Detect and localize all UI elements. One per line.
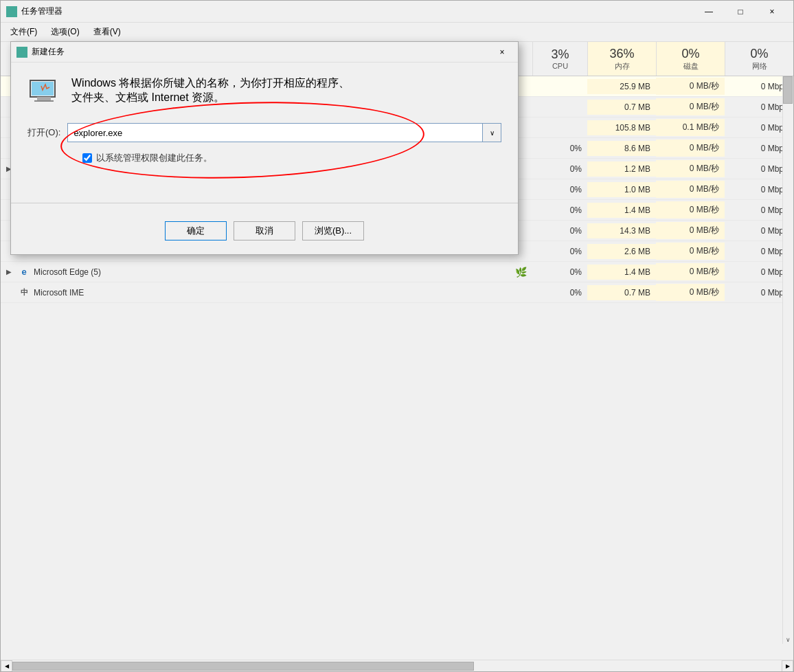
dialog-input-wrapper: ∨ bbox=[67, 123, 501, 142]
window-title: 任务管理器 bbox=[21, 5, 693, 17]
hscroll-left[interactable]: ◀ bbox=[1, 660, 12, 672]
th-cpu: 3% CPU bbox=[532, 42, 587, 76]
horizontal-scrollbar[interactable]: ◀ ▶ bbox=[1, 660, 793, 671]
minimize-button[interactable]: — bbox=[693, 1, 725, 23]
dialog-computer-icon bbox=[27, 76, 60, 109]
new-task-dialog: 新建任务 × Windows 将根据你所键入的名称，为你打开相应的程序、 bbox=[10, 41, 519, 255]
window-controls: — □ × bbox=[693, 1, 788, 23]
close-button[interactable]: × bbox=[756, 1, 788, 23]
dialog-info-row: Windows 将根据你所键入的名称，为你打开相应的程序、 文件夹、文档或 In… bbox=[27, 76, 501, 109]
checkbox-label: 以系统管理权限创建此任务。 bbox=[96, 152, 212, 164]
maximize-button[interactable]: □ bbox=[725, 1, 756, 23]
dialog-icon bbox=[16, 47, 27, 58]
dialog-title: 新建任务 bbox=[32, 46, 492, 58]
taskmanager-icon bbox=[6, 6, 17, 17]
open-input[interactable] bbox=[67, 123, 483, 142]
menu-view[interactable]: 查看(V) bbox=[87, 23, 128, 41]
expand-icon[interactable]: ▶ bbox=[6, 268, 14, 276]
dropdown-button[interactable]: ∨ bbox=[483, 123, 501, 142]
th-disk: 0% 磁盘 bbox=[656, 42, 725, 76]
cancel-button[interactable]: 取消 bbox=[234, 221, 295, 240]
dialog-separator bbox=[11, 203, 518, 203]
dialog-footer: 确定 取消 浏览(B)... bbox=[11, 214, 518, 254]
dialog-input-row: 打开(O): ∨ bbox=[27, 123, 501, 142]
th-memory: 36% 内存 bbox=[587, 42, 656, 76]
dialog-open-label: 打开(O): bbox=[27, 126, 60, 139]
table-row[interactable]: ▶ 中 Microsoft IME 0% 0.7 MB 0 MB/秒 0 Mbp… bbox=[1, 282, 793, 303]
input-with-dropdown: ∨ bbox=[67, 123, 501, 142]
menu-bar: 文件(F) 选项(O) 查看(V) bbox=[1, 23, 793, 42]
hscroll-right[interactable]: ▶ bbox=[782, 660, 793, 672]
dialog-body: Windows 将根据你所键入的名称，为你打开相应的程序、 文件夹、文档或 In… bbox=[11, 63, 518, 192]
edge-icon: e bbox=[19, 267, 30, 278]
svg-rect-20 bbox=[34, 100, 54, 102]
dialog-title-bar: 新建任务 × bbox=[11, 42, 518, 63]
scrollbar-thumb[interactable] bbox=[783, 76, 793, 104]
svg-rect-19 bbox=[37, 97, 51, 100]
ok-button[interactable]: 确定 bbox=[165, 221, 227, 240]
table-row[interactable]: ▶ e Microsoft Edge (5) 🌿 0% 1.4 MB 0 MB/… bbox=[1, 262, 793, 282]
taskmanager-window: 任务管理器 — □ × 文件(F) 选项(O) 查看(V) 3% CPU 36%… bbox=[0, 0, 794, 672]
hscrollbar-track[interactable] bbox=[12, 660, 782, 671]
menu-options[interactable]: 选项(O) bbox=[44, 23, 86, 41]
dialog-info-line2: 文件夹、文档或 Internet 资源。 bbox=[71, 91, 350, 105]
vertical-scrollbar[interactable]: ∧ ∨ bbox=[782, 76, 793, 644]
menu-file[interactable]: 文件(F) bbox=[3, 23, 44, 41]
leaf-icon: 🌿 bbox=[515, 267, 527, 278]
browse-button[interactable]: 浏览(B)... bbox=[302, 221, 364, 240]
process-icon: 中 bbox=[19, 287, 30, 298]
title-bar: 任务管理器 — □ × bbox=[1, 1, 793, 23]
dialog-info-line1: Windows 将根据你所键入的名称，为你打开相应的程序、 bbox=[71, 76, 350, 91]
th-network: 0% 网络 bbox=[725, 42, 793, 76]
process-name: Microsoft IME bbox=[34, 288, 84, 298]
dialog-close-button[interactable]: × bbox=[492, 44, 512, 60]
admin-checkbox[interactable] bbox=[82, 153, 92, 163]
hscrollbar-thumb[interactable] bbox=[12, 662, 474, 671]
process-name: Microsoft Edge (5) bbox=[34, 267, 101, 277]
dialog-checkbox-row: 以系统管理权限创建此任务。 bbox=[82, 152, 501, 164]
dialog-info-text: Windows 将根据你所键入的名称，为你打开相应的程序、 文件夹、文档或 In… bbox=[71, 76, 350, 105]
